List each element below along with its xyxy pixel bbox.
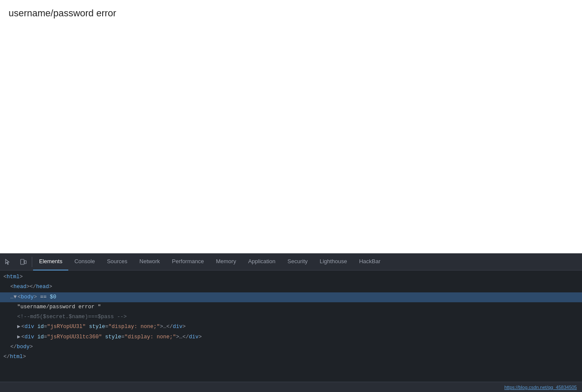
dom-line-body-open[interactable]: …▼<body> == $0 xyxy=(0,292,582,302)
dom-line-div1[interactable]: ▶<div id="jsRYopUU3l" style="display: no… xyxy=(0,322,582,332)
statusbar-url[interactable]: https://blog.csdn.net/qq_45834505 xyxy=(504,385,577,390)
tab-console[interactable]: Console xyxy=(68,253,101,270)
devtools-toolbar: ElementsConsoleSourcesNetworkPerformance… xyxy=(0,253,582,270)
dom-line-text-node[interactable]: "username/password error " xyxy=(0,302,582,312)
device-toggle-icon-button[interactable] xyxy=(15,253,31,270)
svg-point-2 xyxy=(22,263,22,264)
dom-line-comment[interactable]: <!--md5($secret.$name)===$pass --> xyxy=(0,312,582,322)
tab-hackbar[interactable]: HackBar xyxy=(353,253,387,270)
tab-performance[interactable]: Performance xyxy=(166,253,210,270)
devtools-statusbar: https://blog.csdn.net/qq_45834505 xyxy=(0,382,582,392)
tab-sources[interactable]: Sources xyxy=(101,253,134,270)
dom-line-body-close[interactable]: </body> xyxy=(0,342,582,352)
dom-line-head[interactable]: <head></head> xyxy=(0,282,582,292)
dom-line-div2[interactable]: ▶<div id="jsRYopUU3ltc360" style="displa… xyxy=(0,332,582,342)
cursor-icon-button[interactable] xyxy=(0,253,15,270)
dom-line-html-close[interactable]: </html> xyxy=(0,352,582,362)
tab-memory[interactable]: Memory xyxy=(210,253,242,270)
toolbar-divider xyxy=(32,257,32,267)
devtools-panel: ElementsConsoleSourcesNetworkPerformance… xyxy=(0,253,582,392)
tab-lighthouse[interactable]: Lighthouse xyxy=(314,253,353,270)
devtools-tabs: ElementsConsoleSourcesNetworkPerformance… xyxy=(33,253,387,270)
svg-rect-1 xyxy=(24,261,26,264)
devtools-dom-view[interactable]: <html><head></head>…▼<body> == $0"userna… xyxy=(0,270,582,382)
dom-line-html-open[interactable]: <html> xyxy=(0,272,582,282)
tab-security[interactable]: Security xyxy=(281,253,314,270)
main-page: username/password error xyxy=(0,0,582,253)
tab-application[interactable]: Application xyxy=(242,253,282,270)
tab-elements[interactable]: Elements xyxy=(33,253,68,270)
page-heading: username/password error xyxy=(9,8,116,19)
tab-network[interactable]: Network xyxy=(134,253,166,270)
